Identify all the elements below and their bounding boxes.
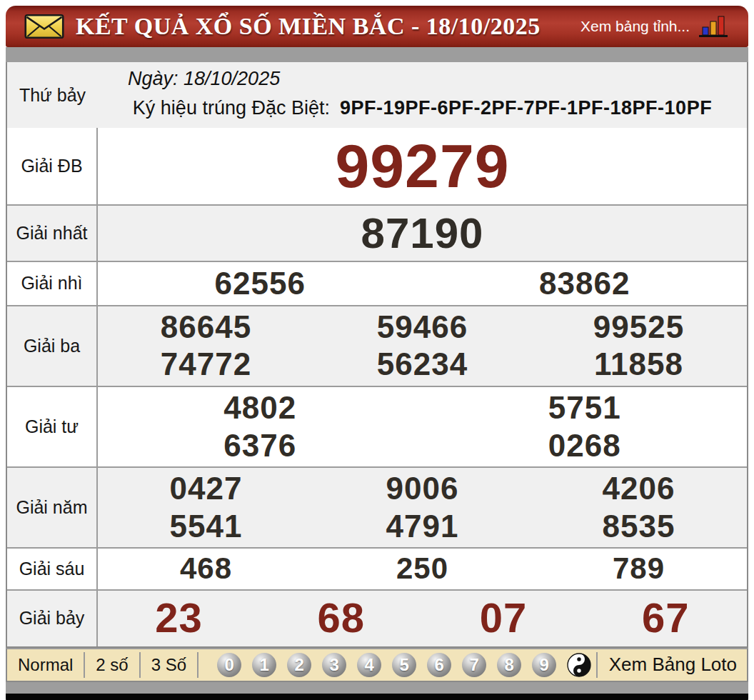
prize-number: 99525: [593, 309, 684, 346]
prize-numbers: 468250789: [98, 549, 747, 589]
toolbar-right: Xem Bảng Loto: [596, 652, 737, 678]
prize-label: Giải bảy: [7, 591, 98, 646]
info-row: Thứ bảy Ngày: 18/10/2025 Ký hiệu trúng Đ…: [7, 62, 747, 128]
view-provinces-link[interactable]: Xem bảng tỉnh...: [580, 14, 730, 39]
prize-number: 99279: [335, 131, 509, 201]
mode-switcher: Normal2 số3 Số: [7, 652, 198, 678]
prize-number: 0268: [548, 428, 621, 464]
prize-number: 59466: [377, 309, 468, 346]
envelope-icon: [24, 14, 64, 39]
prize-number: 5751: [548, 390, 621, 426]
digit-ball-5[interactable]: 5: [392, 653, 416, 677]
prize-number: 250: [396, 551, 448, 586]
prize-number: 5541: [170, 509, 243, 545]
prize-numbers: 87190: [98, 206, 747, 261]
prize-number: 0427: [170, 471, 243, 507]
prize-numbers: 23680767: [98, 591, 747, 646]
prize-row-db: Giải ĐB99279: [7, 128, 747, 204]
special-sign-label: Ký hiệu trúng Đặc Biệt:: [133, 97, 330, 119]
page-title: KẾT QUẢ XỔ SỐ MIỀN BẮC - 18/10/2025: [76, 13, 541, 40]
draw-date: Ngày: 18/10/2025: [105, 68, 740, 90]
prize-label: Giải tư: [7, 387, 98, 466]
prize-number: 87190: [361, 209, 484, 258]
prize-row-tu: Giải tư4802575163760268: [7, 386, 747, 466]
prize-number: 4206: [603, 471, 675, 507]
prize-number: 07: [480, 594, 528, 642]
digit-ball-2[interactable]: 2: [287, 653, 311, 677]
prize-number: 74772: [161, 346, 251, 383]
bottom-gray-strip: [6, 682, 748, 694]
prize-row-nhat: Giải nhất87190: [7, 204, 747, 261]
prize-number: 86645: [161, 309, 251, 346]
special-sign-line: Ký hiệu trúng Đặc Biệt:9PF-19PF-6PF-2PF-…: [105, 97, 740, 119]
digit-ball-7[interactable]: 7: [462, 653, 486, 677]
digit-ball-4[interactable]: 4: [357, 653, 381, 677]
prize-row-ba: Giải ba866455946699525747725623411858: [7, 305, 747, 386]
toolbar-divider: [197, 652, 198, 678]
prize-number: 62556: [215, 266, 306, 302]
header-bar: KẾT QUẢ XỔ SỐ MIỀN BẮC - 18/10/2025 Xem …: [6, 6, 748, 47]
prize-number: 468: [180, 551, 232, 586]
view-provinces-label[interactable]: Xem bảng tỉnh...: [580, 18, 690, 35]
top-gray-strip: [6, 47, 748, 62]
prize-number: 8535: [603, 509, 675, 545]
prize-label: Giải nhì: [7, 262, 98, 305]
prize-label: Giải ĐB: [7, 128, 98, 204]
digit-balls: 0123456789: [217, 653, 556, 677]
prize-row-nam: Giải năm042790064206554147918535: [7, 466, 747, 547]
results-table: Thứ bảy Ngày: 18/10/2025 Ký hiệu trúng Đ…: [6, 62, 748, 648]
prize-number: 9006: [386, 471, 459, 507]
info-content: Ngày: 18/10/2025 Ký hiệu trúng Đặc Biệt:…: [98, 62, 747, 128]
prize-label: Giải sáu: [7, 549, 98, 589]
prize-number: 6376: [223, 428, 296, 464]
prize-number: 67: [642, 594, 690, 642]
prize-number: 4802: [223, 390, 296, 426]
prize-numbers: 99279: [98, 128, 747, 204]
mode-normal[interactable]: Normal: [7, 655, 84, 675]
digit-ball-6[interactable]: 6: [427, 653, 451, 677]
prize-numbers: 6255683862: [98, 262, 747, 305]
prize-row-nhi: Giải nhì6255683862: [7, 261, 747, 305]
mode-2-số[interactable]: 2 số: [85, 655, 139, 675]
prize-row-sau: Giải sáu468250789: [7, 547, 747, 589]
digit-ball-1[interactable]: 1: [252, 653, 276, 677]
toolbar: Normal2 số3 Số 0123456789 Xem Bảng Loto: [6, 648, 748, 682]
prize-numbers: 4802575163760268: [98, 387, 747, 466]
view-loto-link[interactable]: Xem Bảng Loto: [609, 654, 737, 676]
toolbar-divider: [596, 652, 598, 678]
mode-3-số[interactable]: 3 Số: [141, 655, 197, 675]
prize-number: 83862: [539, 266, 630, 302]
bar-chart-icon[interactable]: [698, 14, 730, 39]
prize-number: 11858: [594, 346, 683, 383]
prize-label: Giải ba: [7, 306, 98, 386]
digit-ball-0[interactable]: 0: [217, 653, 241, 677]
digit-ball-9[interactable]: 9: [532, 653, 556, 677]
weekday-label: Thứ bảy: [7, 62, 98, 128]
digit-ball-3[interactable]: 3: [322, 653, 346, 677]
prize-label: Giải nhất: [7, 206, 98, 261]
prize-numbers: 866455946699525747725623411858: [98, 306, 747, 386]
prize-label: Giải năm: [7, 468, 98, 547]
prize-number: 23: [155, 594, 203, 642]
bottom-shadow-bar: [6, 694, 748, 700]
prize-rows: Giải ĐB99279Giải nhất87190Giải nhì625568…: [7, 128, 747, 646]
digit-ball-8[interactable]: 8: [497, 653, 521, 677]
prize-numbers: 042790064206554147918535: [98, 468, 747, 547]
lottery-widget: KẾT QUẢ XỔ SỐ MIỀN BẮC - 18/10/2025 Xem …: [6, 6, 748, 700]
yin-yang-ball[interactable]: [567, 653, 591, 677]
prize-number: 68: [318, 594, 366, 642]
prize-number: 4791: [386, 509, 459, 545]
prize-number: 56234: [377, 346, 468, 383]
prize-number: 789: [613, 551, 665, 586]
prize-row-bay: Giải bảy23680767: [7, 589, 747, 646]
special-sign-value: 9PF-19PF-6PF-2PF-7PF-1PF-18PF-10PF: [340, 97, 712, 119]
